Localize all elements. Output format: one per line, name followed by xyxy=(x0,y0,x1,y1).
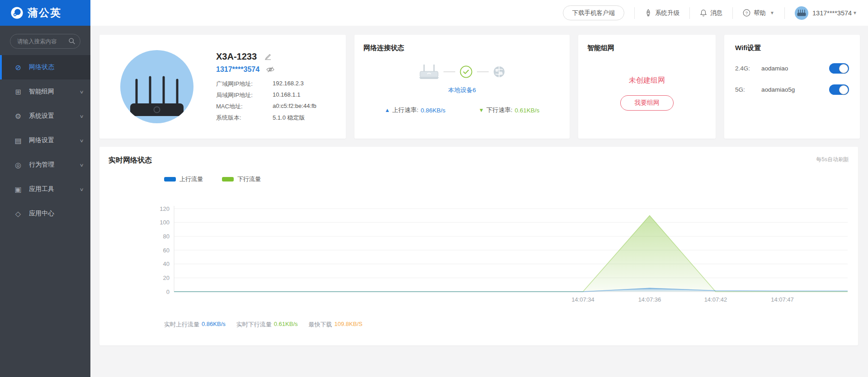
traffic-area-chart: 02040608010012014:07:3414:07:3614:07:421… xyxy=(108,200,849,309)
wifi-ssid: aodamiao xyxy=(761,65,788,72)
summary-cards-row: X3A-1233 1317****3574 xyxy=(99,35,858,139)
speed-summary: ▲ 上行速率: 0.86KB/s ▼ 下行速率: 0.61KB/s xyxy=(363,106,561,114)
system-upgrade-label: 系统升级 xyxy=(655,9,679,17)
sidebar-item-icon: ⚙ xyxy=(14,112,23,121)
attribute-value: 10.168.1.1 xyxy=(273,91,300,99)
realtime-traffic-card: 实时网络状态 每5s自动刷新 上行流量 下行流量 02040608 xyxy=(99,147,858,345)
legend-item[interactable]: 下行流量 xyxy=(222,175,261,183)
networking-status-text: 未创建组网 xyxy=(587,76,707,85)
wifi-band-label: 2.4G: xyxy=(735,65,761,72)
sidebar-item[interactable]: ⊞ 智能组网 ∨ xyxy=(0,79,90,104)
help-label: 帮助 xyxy=(754,9,766,17)
sidebar-item-icon: ⊘ xyxy=(14,63,23,72)
sidebar-item[interactable]: ⊘ 网络状态 ∨ xyxy=(0,55,90,79)
main-content: X3A-1233 1317****3574 xyxy=(90,26,868,377)
traffic-stats: 实时上行流量 0.86KB/s 实时下行流量 0.61KB/s 最快下载 109… xyxy=(164,321,849,329)
eye-off-icon[interactable] xyxy=(266,66,275,73)
download-speed: ▼ 下行速率: 0.61KB/s xyxy=(479,106,539,114)
system-upgrade-button[interactable]: 系统升级 xyxy=(645,9,679,17)
device-attributes: 广域网IP地址: 192.168.2.3 局域网IP地址: 10.168.1.1… xyxy=(216,80,316,122)
sidebar-item-label: 智能组网 xyxy=(29,88,54,96)
card-title: 智能组网 xyxy=(587,44,707,52)
wifi-settings-card: Wifi设置 2.4G: aodamiao 5G: aodamiao5g xyxy=(724,35,860,139)
sidebar-item[interactable]: ▤ 网络设置 ∨ xyxy=(0,128,90,153)
sidebar-item[interactable]: ⚙ 系统设置 ∨ xyxy=(0,104,90,128)
card-title: Wifi设置 xyxy=(735,44,849,52)
sidebar-item-icon: ◎ xyxy=(14,161,23,169)
chevron-down-icon: ▼ xyxy=(853,10,857,15)
dandelion-logo-icon xyxy=(10,6,24,20)
rocket-icon xyxy=(645,9,652,17)
download-speed-value: 0.61KB/s xyxy=(514,107,539,114)
stat-label: 实时上行流量 xyxy=(164,321,199,329)
create-network-button[interactable]: 我要组网 xyxy=(620,95,674,111)
search-icon[interactable] xyxy=(68,37,75,45)
upload-speed-label: 上行速率: xyxy=(392,106,419,114)
user-avatar xyxy=(795,6,808,20)
wifi-toggle[interactable] xyxy=(829,63,849,74)
sidebar-item-label: 网络状态 xyxy=(29,63,54,71)
legend-item[interactable]: 上行流量 xyxy=(164,175,203,183)
svg-text:60: 60 xyxy=(163,247,170,254)
upload-speed: ▲ 上行速率: 0.86KB/s xyxy=(385,106,445,114)
wifi-band-label: 5G: xyxy=(735,86,761,93)
sidebar-item-label: 系统设置 xyxy=(29,112,54,120)
svg-text:120: 120 xyxy=(160,205,170,212)
stat-label: 最快下载 xyxy=(309,321,332,329)
attribute-label: MAC地址: xyxy=(216,102,273,111)
chevron-down-icon: ∨ xyxy=(79,89,84,94)
messages-button[interactable]: 消息 xyxy=(700,9,722,17)
sidebar-item-label: 应用工具 xyxy=(29,185,54,193)
account-number: 1317****3574 xyxy=(216,65,259,74)
svg-text:80: 80 xyxy=(163,233,170,240)
legend-swatch xyxy=(222,177,234,182)
connection-status-card: 网络连接状态 xyxy=(354,35,570,139)
stat-value: 109.8KB/S xyxy=(335,321,363,329)
wifi-band-row: 5G: aodamiao5g xyxy=(735,84,849,95)
refresh-note: 每5s自动刷新 xyxy=(816,156,849,163)
svg-text:100: 100 xyxy=(160,219,170,226)
link-line xyxy=(477,71,489,72)
traffic-stat: 最快下载 109.8KB/S xyxy=(309,321,363,329)
user-account-menu[interactable]: 1317****3574 ▼ xyxy=(795,6,857,20)
chevron-down-icon: ▼ xyxy=(770,10,774,15)
wifi-ssid: aodamiao5g xyxy=(761,86,795,93)
device-attribute-row: 系统版本: 5.1.0 稳定版 xyxy=(216,114,316,122)
link-line xyxy=(443,71,455,72)
device-attribute-row: 广域网IP地址: 192.168.2.3 xyxy=(216,80,316,88)
router-image xyxy=(120,50,193,123)
traffic-stat: 实时上行流量 0.86KB/s xyxy=(164,321,226,329)
help-menu[interactable]: ? 帮助 ▼ xyxy=(743,9,774,17)
sidebar-nav: ⊘ 网络状态 ∨ ⊞ 智能组网 ∨ ⚙ 系统设置 ∨ ▤ xyxy=(0,55,90,226)
wifi-toggle[interactable] xyxy=(829,84,849,95)
sidebar-item[interactable]: ◎ 行为管理 ∨ xyxy=(0,153,90,177)
divider xyxy=(634,7,635,19)
sidebar: ⊘ 网络状态 ∨ ⊞ 智能组网 ∨ ⚙ 系统设置 ∨ ▤ xyxy=(0,26,90,377)
globe-icon xyxy=(493,65,505,78)
chevron-down-icon: ∨ xyxy=(79,187,84,192)
chevron-down-icon: ∨ xyxy=(79,163,84,168)
legend-label: 上行流量 xyxy=(179,175,203,183)
toggle-knob xyxy=(839,85,848,94)
chart-legend: 上行流量 下行流量 xyxy=(164,175,849,183)
chart-title: 实时网络状态 xyxy=(108,156,152,165)
attribute-label: 广域网IP地址: xyxy=(216,80,273,88)
device-attribute-row: MAC地址: a0:c5:f2:be:44:fb xyxy=(216,102,316,111)
download-mobile-client-button[interactable]: 下载手机客户端 xyxy=(563,5,625,20)
messages-label: 消息 xyxy=(710,9,722,17)
sidebar-search xyxy=(10,34,80,49)
sidebar-item[interactable]: ▣ 应用工具 ∨ xyxy=(0,177,90,201)
sidebar-item[interactable]: ◇ 应用中心 ∨ xyxy=(0,201,90,226)
device-attribute-row: 局域网IP地址: 10.168.1.1 xyxy=(216,91,316,99)
device-info-card: X3A-1233 1317****3574 xyxy=(99,35,346,139)
legend-swatch xyxy=(164,177,176,182)
router-avatar-icon xyxy=(797,9,806,17)
legend-label: 下行流量 xyxy=(237,175,261,183)
wifi-rows: 2.4G: aodamiao 5G: aodamiao5g xyxy=(735,63,849,95)
attribute-value: 5.1.0 稳定版 xyxy=(273,114,305,122)
edit-name-icon[interactable] xyxy=(264,53,272,60)
chevron-down-icon: ∨ xyxy=(79,138,84,143)
local-devices-link[interactable]: 本地设备6 xyxy=(448,87,476,93)
sidebar-item-icon: ⊞ xyxy=(14,88,23,96)
sidebar-item-icon: ◇ xyxy=(14,209,23,218)
